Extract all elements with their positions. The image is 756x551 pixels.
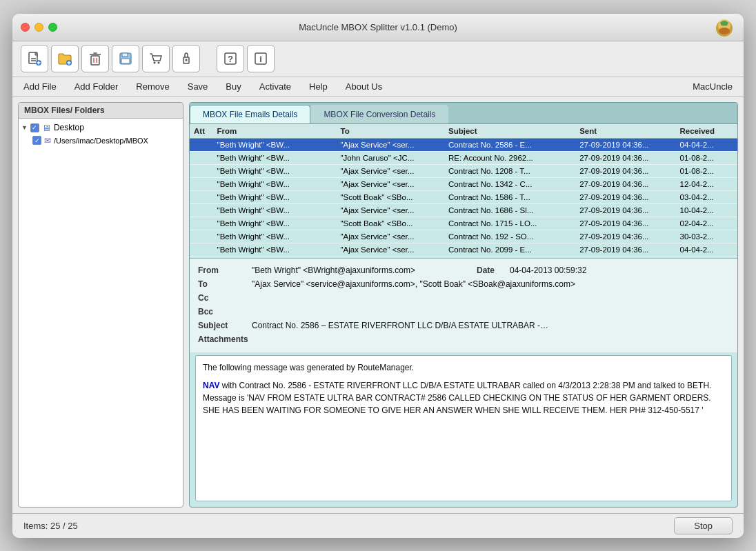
from-label: From xyxy=(198,264,246,277)
svg-text:?: ? xyxy=(228,54,233,64)
table-row[interactable]: "Beth Wright" <BW..."Ajax Service" <ser.… xyxy=(190,243,737,256)
menu-remove[interactable]: Remove xyxy=(133,80,172,93)
email-body: The following message was generated by R… xyxy=(195,355,732,501)
preview-bcc-row: Bcc xyxy=(198,305,729,318)
col-to: To xyxy=(336,124,444,139)
app-logo xyxy=(713,16,735,38)
menu-help[interactable]: Help xyxy=(306,80,330,93)
file-label: /Users/imac/Desktop/MBOX xyxy=(54,137,148,145)
table-row[interactable]: "Beth Wright" <BW..."Ajax Service" <ser.… xyxy=(190,230,737,243)
titlebar: MacUncle MBOX Splitter v1.0.1 (Demo) xyxy=(12,14,744,41)
svg-point-20 xyxy=(158,62,160,64)
menu-macuncle: MacUncle xyxy=(690,80,735,93)
from-value: "Beth Wright" <BWright@ajaxuniforms.com> xyxy=(252,264,471,277)
svg-point-19 xyxy=(154,62,156,64)
desktop-folder-icon: 🖥 xyxy=(42,123,51,133)
add-folder-button[interactable] xyxy=(51,45,79,72)
menubar: Add File Add Folder Remove Save Buy Acti… xyxy=(12,77,744,97)
sidebar-tree: ▼ ✓ 🖥 Desktop ✓ ✉ /Users/imac/Desktop/MB… xyxy=(19,119,183,507)
nav-highlight: NAV xyxy=(203,381,219,390)
cc-label: Cc xyxy=(198,292,246,304)
preview-subject-row: Subject Contract No. 2586 – ESTATE RIVER… xyxy=(198,319,729,332)
main-content: MBOX Files/ Folders ▼ ✓ 🖥 Desktop ✓ ✉ /U… xyxy=(12,97,744,513)
subject-value: Contract No. 2586 – ESTATE RIVERFRONT LL… xyxy=(252,319,729,332)
email-list-scroll[interactable]: Att From To Subject Sent Received "Beth … xyxy=(190,124,737,258)
traffic-lights xyxy=(21,23,57,32)
minimize-button[interactable] xyxy=(34,23,43,32)
sidebar-header: MBOX Files/ Folders xyxy=(19,103,183,119)
main-window: MacUncle MBOX Splitter v1.0.1 (Demo) xyxy=(12,14,744,538)
file-checkbox[interactable]: ✓ xyxy=(32,136,41,145)
buy-button[interactable] xyxy=(142,45,170,72)
col-att: Att xyxy=(190,124,213,139)
table-row[interactable]: "Beth Wright" <BW..."John Caruso" <JC...… xyxy=(190,151,737,164)
menu-buy[interactable]: Buy xyxy=(223,80,243,93)
cc-value xyxy=(252,292,729,304)
menu-add-folder[interactable]: Add Folder xyxy=(72,80,121,93)
col-sent: Sent xyxy=(575,124,675,139)
date-value: 04-04-2013 00:59:32 xyxy=(510,264,729,277)
svg-text:i: i xyxy=(259,54,262,64)
svg-point-22 xyxy=(186,59,188,61)
sidebar-item-file[interactable]: ✓ ✉ /Users/imac/Desktop/MBOX xyxy=(21,134,180,147)
preview-cc-row: Cc xyxy=(198,292,729,304)
email-table: Att From To Subject Sent Received "Beth … xyxy=(190,124,737,258)
menu-add-file[interactable]: Add File xyxy=(21,80,59,93)
subject-label: Subject xyxy=(198,319,246,332)
items-count: Items: 25 / 25 xyxy=(23,521,78,531)
table-row[interactable]: "Beth Wright" <BW..."Scott Boak" <SBo...… xyxy=(190,217,737,230)
add-file-button[interactable] xyxy=(21,45,48,72)
maximize-button[interactable] xyxy=(48,23,57,32)
bcc-value xyxy=(252,305,729,318)
table-row[interactable]: "Beth Wright" <BW..."Ajax Service" <ser.… xyxy=(190,203,737,217)
statusbar: Items: 25 / 25 Stop xyxy=(12,513,744,538)
remove-button[interactable] xyxy=(81,45,109,72)
email-list-container: Att From To Subject Sent Received "Beth … xyxy=(190,124,737,258)
sidebar: MBOX Files/ Folders ▼ ✓ 🖥 Desktop ✓ ✉ /U… xyxy=(18,102,183,508)
stop-button[interactable]: Stop xyxy=(674,517,733,534)
attachments-value xyxy=(254,333,729,345)
col-subject: Subject xyxy=(444,124,575,139)
right-panel: MBOX File Emails Details MBOX File Conve… xyxy=(189,102,738,508)
save-button[interactable] xyxy=(112,45,139,72)
svg-rect-17 xyxy=(122,53,128,57)
menu-save[interactable]: Save xyxy=(185,80,211,93)
date-label: Date xyxy=(477,264,504,277)
table-row[interactable]: "Beth Wright" <BW..."Scott Boak" <SBo...… xyxy=(190,190,737,203)
about-button[interactable]: i xyxy=(247,45,275,72)
tab-bar: MBOX File Emails Details MBOX File Conve… xyxy=(190,103,737,124)
svg-rect-18 xyxy=(121,59,130,63)
menu-activate[interactable]: Activate xyxy=(257,80,294,93)
activate-button[interactable] xyxy=(172,45,200,72)
email-preview: From "Beth Wright" <BWright@ajaxuniforms… xyxy=(190,258,737,352)
file-icon: ✉ xyxy=(44,136,51,146)
tab-emails-details[interactable]: MBOX File Emails Details xyxy=(190,105,310,123)
menu-about[interactable]: About Us xyxy=(343,80,385,93)
to-label: To xyxy=(198,278,246,290)
expand-icon: ▼ xyxy=(21,124,28,131)
window-title: MacUncle MBOX Splitter v1.0.1 (Demo) xyxy=(299,22,457,32)
preview-to-row: To "Ajax Service" <service@ajaxuniforms.… xyxy=(198,278,729,290)
table-row[interactable]: "Beth Wright" <BW..."Ajax Service" <ser.… xyxy=(190,138,737,151)
toolbar: ? i xyxy=(12,41,744,77)
table-row[interactable]: "Beth Wright" <BW..."Ajax Service" <ser.… xyxy=(190,164,737,177)
table-row[interactable]: "Beth Wright" <BW..."Ajax Service" <ser.… xyxy=(190,177,737,190)
preview-attachments-row: Attachments xyxy=(198,333,729,345)
close-button[interactable] xyxy=(21,23,30,32)
to-value: "Ajax Service" <service@ajaxuniforms.com… xyxy=(252,278,729,290)
preview-from-row: From "Beth Wright" <BWright@ajaxuniforms… xyxy=(198,264,729,277)
attachments-label: Attachments xyxy=(198,333,248,345)
help-button[interactable]: ? xyxy=(217,45,244,72)
col-received: Received xyxy=(676,124,737,139)
svg-point-2 xyxy=(719,28,730,34)
sidebar-item-desktop[interactable]: ▼ ✓ 🖥 Desktop xyxy=(21,121,180,134)
svg-rect-12 xyxy=(91,56,99,65)
desktop-label: Desktop xyxy=(54,123,84,132)
desktop-checkbox[interactable]: ✓ xyxy=(30,123,39,132)
tab-conversion-details[interactable]: MBOX File Conversion Details xyxy=(310,105,448,123)
col-from: From xyxy=(213,124,337,139)
bcc-label: Bcc xyxy=(198,305,246,318)
